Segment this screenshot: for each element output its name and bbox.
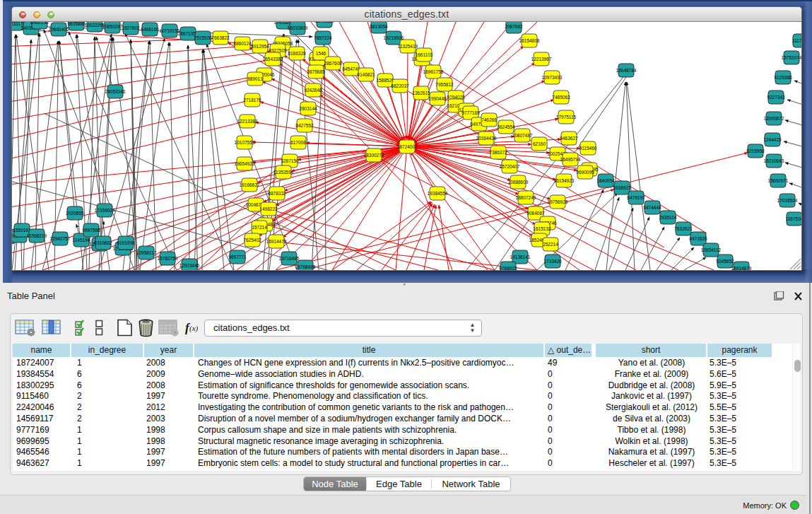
svg-text:12923446: 12923446: [180, 263, 200, 268]
svg-text:9242848: 9242848: [304, 88, 322, 93]
svg-text:989013: 989013: [247, 76, 263, 81]
svg-text:1546: 1546: [316, 51, 326, 56]
svg-text:10719155: 10719155: [160, 28, 180, 33]
svg-text:1167534: 1167534: [786, 216, 801, 221]
svg-text:1990448: 1990448: [428, 96, 447, 101]
svg-text:252214: 252214: [543, 242, 558, 247]
svg-text:2087682: 2087682: [505, 24, 523, 29]
svg-text:8962130: 8962130: [30, 22, 49, 25]
svg-text:18807249: 18807249: [516, 195, 536, 200]
svg-text:157214: 157214: [252, 225, 267, 230]
svg-text:12213967: 12213967: [531, 57, 552, 62]
svg-text:62160: 62160: [533, 141, 546, 146]
svg-text:7857224: 7857224: [314, 35, 332, 40]
svg-text:8471626: 8471626: [689, 236, 707, 241]
svg-text:(x): (x): [189, 324, 199, 333]
svg-text:19166827: 19166827: [240, 182, 260, 187]
svg-text:8912954: 8912954: [251, 44, 269, 49]
svg-text:10688609: 10688609: [508, 180, 529, 185]
svg-text:3267150: 3267150: [281, 158, 299, 163]
svg-text:15751074: 15751074: [782, 55, 801, 60]
svg-text:9777169: 9777169: [461, 110, 480, 115]
svg-text:19218506: 19218506: [384, 35, 404, 40]
svg-text:6479197: 6479197: [627, 195, 645, 200]
svg-text:9191006: 9191006: [117, 240, 135, 245]
svg-text:1733426: 1733426: [543, 259, 562, 264]
svg-text:8215958: 8215958: [746, 148, 765, 153]
svg-text:9115460: 9115460: [579, 146, 597, 151]
svg-text:9788022: 9788022: [499, 266, 517, 270]
svg-text:15692971: 15692971: [768, 178, 789, 183]
svg-text:6466160: 6466160: [141, 27, 159, 32]
svg-text:9245652: 9245652: [716, 259, 734, 264]
svg-text:18724007: 18724007: [397, 144, 418, 149]
svg-text:16961758: 16961758: [423, 69, 444, 74]
svg-text:1244415: 1244415: [763, 137, 782, 142]
svg-text:2867608: 2867608: [324, 61, 342, 66]
svg-text:8454749: 8454749: [342, 66, 360, 71]
svg-text:10853287: 10853287: [102, 24, 123, 29]
svg-text:1362615: 1362615: [412, 90, 430, 95]
svg-text:7663822: 7663822: [211, 35, 230, 40]
svg-text:1615132: 1615132: [533, 226, 551, 231]
svg-text:9635886: 9635886: [67, 22, 86, 26]
svg-text:12942757: 12942757: [50, 236, 71, 241]
svg-text:20364436: 20364436: [476, 136, 497, 141]
svg-text:16543382: 16543382: [263, 57, 283, 62]
svg-text:16648784: 16648784: [616, 68, 637, 73]
svg-text:8186328: 8186328: [288, 51, 306, 56]
svg-text:1588520: 1588520: [376, 78, 394, 83]
svg-text:14136141: 14136141: [510, 255, 531, 259]
svg-text:10973493: 10973493: [542, 75, 563, 80]
svg-text:19756928: 19756928: [548, 199, 568, 204]
svg-text:9474444: 9474444: [643, 205, 661, 210]
svg-text:3875685: 3875685: [307, 69, 325, 74]
svg-text:1527602: 1527602: [122, 25, 140, 30]
svg-text:8878332: 8878332: [268, 191, 286, 196]
svg-text:16495794: 16495794: [560, 157, 581, 162]
svg-text:11568219: 11568219: [27, 233, 47, 238]
svg-text:1498222: 1498222: [259, 206, 278, 211]
svg-text:17359924: 17359924: [95, 208, 115, 213]
svg-text:7515526: 7515526: [194, 35, 212, 40]
svg-text:10654112: 10654112: [701, 247, 722, 252]
svg-text:7485063: 7485063: [552, 95, 570, 100]
svg-text:18768488: 18768488: [295, 264, 316, 269]
svg-text:9129366: 9129366: [774, 75, 792, 80]
svg-text:617008: 617008: [290, 140, 306, 145]
svg-text:16914879: 16914879: [731, 266, 752, 270]
svg-text:2020655: 2020655: [66, 211, 84, 216]
svg-text:7955812: 7955812: [435, 82, 454, 87]
svg-text:20691406: 20691406: [49, 27, 69, 32]
svg-text:12093872: 12093872: [764, 116, 784, 121]
svg-text:1117687: 1117687: [792, 38, 801, 43]
svg-text:16154923: 16154923: [554, 178, 575, 183]
svg-text:10958117: 10958117: [136, 250, 157, 255]
svg-text:8813054: 8813054: [370, 24, 388, 29]
svg-text:1145194: 1145194: [73, 238, 90, 243]
svg-text:5938923: 5938923: [613, 185, 631, 190]
svg-text:12213383: 12213383: [237, 119, 258, 124]
svg-text:9690095: 9690095: [576, 170, 594, 175]
svg-text:16210643: 16210643: [764, 158, 784, 163]
svg-text:11353594: 11353594: [273, 170, 294, 175]
svg-text:2718176: 2718176: [243, 98, 261, 103]
svg-text:8860124: 8860124: [233, 41, 252, 46]
svg-text:11325419: 11325419: [398, 44, 418, 49]
svg-text:17975115: 17975115: [556, 115, 577, 119]
svg-text:3624554: 3624554: [497, 124, 515, 129]
svg-text:8822037: 8822037: [391, 83, 409, 88]
svg-text:7386372: 7386372: [489, 150, 507, 155]
svg-text:19384554: 19384554: [428, 191, 448, 196]
svg-text:16033809: 16033809: [288, 25, 308, 30]
svg-text:18300273: 18300273: [364, 153, 384, 158]
svg-text:1640954: 1640954: [596, 178, 615, 183]
svg-text:9463627: 9463627: [560, 136, 578, 141]
svg-text:8427552: 8427552: [295, 123, 314, 128]
svg-text:1550161: 1550161: [13, 228, 31, 233]
svg-text:9084067: 9084067: [526, 211, 545, 216]
svg-text:16914479: 16914479: [266, 239, 287, 244]
svg-text:28053346: 28053346: [105, 89, 126, 94]
svg-text:9657771: 9657771: [228, 255, 247, 259]
svg-text:15720407: 15720407: [500, 164, 520, 169]
